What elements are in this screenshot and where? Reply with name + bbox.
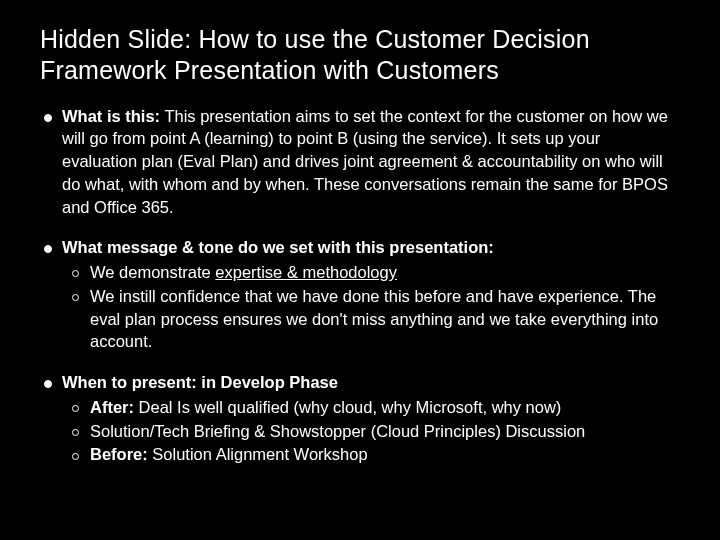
- item-underline: expertise & methodology: [215, 263, 397, 281]
- item-label: What message & tone do we set with this …: [62, 238, 494, 256]
- item-text: Solution Alignment Workshop: [148, 445, 368, 463]
- item-text: Deal Is well qualified (why cloud, why M…: [134, 398, 561, 416]
- item-bold: After:: [90, 398, 134, 416]
- item-bold: Before:: [90, 445, 148, 463]
- item-label: When to present: in Develop Phase: [62, 373, 338, 391]
- list-item: Solution/Tech Briefing & Showstopper (Cl…: [62, 420, 680, 443]
- slide-title: Hidden Slide: How to use the Customer De…: [40, 24, 680, 87]
- list-item: Before: Solution Alignment Workshop: [62, 443, 680, 466]
- bullet-list: What is this: This presentation aims to …: [40, 105, 680, 467]
- list-item: When to present: in Develop Phase After:…: [40, 371, 680, 466]
- list-item: What is this: This presentation aims to …: [40, 105, 680, 219]
- sub-list: We demonstrate expertise & methodology W…: [62, 261, 680, 353]
- sub-list: After: Deal Is well qualified (why cloud…: [62, 396, 680, 466]
- item-text: We demonstrate: [90, 263, 215, 281]
- list-item: What message & tone do we set with this …: [40, 236, 680, 353]
- list-item: We instill confidence that we have done …: [62, 285, 680, 353]
- item-text: We instill confidence that we have done …: [90, 287, 658, 351]
- list-item: After: Deal Is well qualified (why cloud…: [62, 396, 680, 419]
- item-text: Solution/Tech Briefing & Showstopper (Cl…: [90, 422, 585, 440]
- list-item: We demonstrate expertise & methodology: [62, 261, 680, 284]
- item-label: What is this:: [62, 107, 160, 125]
